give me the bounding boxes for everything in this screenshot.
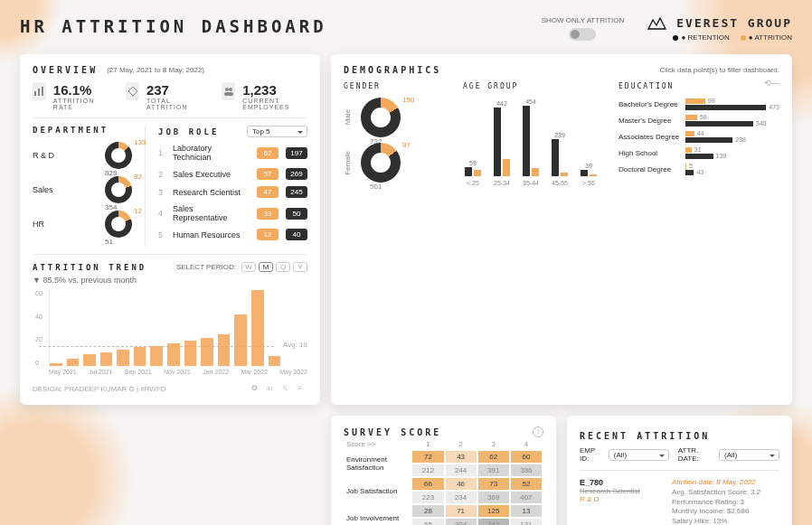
age-bar[interactable]: 59 < 25 [463, 160, 483, 186]
department-item[interactable]: HR 12 51 [33, 211, 132, 238]
department-item[interactable]: R & D 133 828 [33, 142, 132, 169]
heat-cell[interactable]: 60 [511, 451, 542, 463]
overview-card: OVERVIEW (27 May, 2021 to 8 May, 2022) 1… [20, 54, 320, 405]
education-block: EDUCATION ⟲— Bachelor's Degree 99 473 Ma… [618, 82, 779, 188]
empid-select[interactable]: (All) [609, 449, 669, 461]
trend-bar[interactable] [50, 363, 62, 366]
age-bar[interactable]: 454 35-44 [521, 98, 541, 186]
trend-bar[interactable] [167, 343, 180, 366]
jobrole-row[interactable]: 4Sales Representative 3350 [158, 204, 307, 222]
education-row[interactable]: Bachelor's Degree 99 473 [618, 98, 779, 110]
heat-cell[interactable]: 66 [412, 478, 443, 490]
trend-bar[interactable] [150, 346, 163, 366]
heat-cell[interactable]: 46 [446, 478, 477, 490]
donut-icon [361, 143, 401, 183]
department-item[interactable]: Sales 92 354 [33, 176, 132, 203]
period-option[interactable]: M [259, 262, 273, 272]
heat-cell[interactable]: 391 [478, 464, 509, 476]
trend-bar[interactable] [117, 350, 129, 366]
age-bar[interactable]: 442 25-34 [492, 100, 512, 186]
employees-label: CURRENT EMPLOYEES [242, 98, 307, 110]
heat-cell[interactable]: 28 [412, 505, 443, 517]
svg-point-3 [225, 88, 229, 91]
svg-rect-1 [38, 89, 40, 96]
svg-rect-2 [42, 87, 43, 96]
heat-cell[interactable]: 244 [446, 464, 477, 476]
jobrole-block: JOB ROLE Top 5 1Laboratory Technician 62… [158, 126, 307, 247]
heat-cell[interactable]: 52 [511, 478, 542, 490]
heat-cell[interactable]: 13 [511, 505, 542, 517]
donut-icon [105, 211, 132, 238]
trend-bar[interactable] [83, 354, 96, 366]
heat-cell[interactable]: 131 [511, 519, 542, 525]
toggle-switch[interactable] [569, 28, 596, 41]
heat-cell[interactable]: 73 [478, 478, 509, 490]
jobrole-row[interactable]: 1Laboratory Technician 62197 [158, 144, 307, 162]
heat-cell[interactable]: 212 [412, 464, 443, 476]
jobrole-row[interactable]: 5Human Resources 1240 [158, 229, 307, 240]
gender-block: GENDER Male 150 732 Female 87 501 [344, 82, 443, 188]
trend-xaxis: May 2021Jul 2021Sep 2021Nov 2021Jan 2022… [49, 369, 307, 375]
attrdate-select[interactable]: (All) [719, 449, 779, 461]
attrition-rate-label: ATTRITION RATE [53, 98, 100, 110]
heat-cell[interactable]: 234 [446, 492, 477, 503]
education-row[interactable]: High School 31 139 [618, 146, 779, 159]
jobrole-row[interactable]: 3Research Scientist 47245 [158, 186, 307, 198]
department-title: DEPARTMENT [33, 126, 132, 135]
trend-bar[interactable] [251, 290, 264, 366]
department-block: DEPARTMENT R & D 133 828 Sales 92 354 HR [33, 126, 132, 247]
linkedin-icon[interactable]: in [267, 384, 277, 394]
gender-row[interactable]: Female 87 501 [344, 143, 443, 183]
education-row[interactable]: Doctoral Degree 5 43 [618, 163, 779, 175]
gender-row[interactable]: Male 150 732 [344, 98, 443, 137]
heat-cell[interactable]: 62 [478, 451, 509, 463]
heat-cell[interactable]: 407 [511, 492, 542, 503]
period-option[interactable]: Y [293, 262, 307, 272]
heat-cell[interactable]: 386 [511, 464, 542, 476]
recent-item[interactable]: E_780Research ScientistR & D Attrition d… [580, 470, 779, 525]
demographics-title: DEMOGRAPHICS [344, 65, 441, 75]
trend-bar[interactable] [100, 352, 113, 366]
period-option[interactable]: Q [276, 262, 290, 272]
age-bar[interactable]: 39 > 55 [579, 163, 599, 186]
heat-cell[interactable]: 743 [478, 519, 509, 525]
data-icon[interactable]: ≡ [297, 384, 307, 394]
donut-icon [105, 176, 132, 203]
period-switch[interactable]: WMQY [241, 262, 307, 272]
trend-bar[interactable] [184, 341, 197, 366]
trend-bar[interactable] [67, 359, 80, 366]
education-row[interactable]: Associates Degree 44 238 [618, 130, 779, 143]
age-bar[interactable]: 239 45-55 [550, 132, 570, 186]
heat-cell[interactable]: 72 [412, 451, 443, 463]
overview-stats: 16.1% ATTRITION RATE 237 TOTAL ATTRITION… [33, 82, 307, 110]
twitter-icon[interactable]: 𝕏 [282, 384, 292, 394]
period-option[interactable]: W [241, 262, 256, 272]
heat-cell[interactable]: 369 [478, 492, 509, 503]
trend-chart[interactable]: 6040200 Avg. 18 [49, 290, 307, 366]
heat-cell[interactable]: 71 [446, 505, 477, 517]
trend-bar[interactable] [201, 338, 213, 366]
jobrole-selector[interactable]: Top 5 [247, 126, 307, 137]
heat-cell[interactable]: 55 [412, 519, 443, 525]
heat-cell[interactable]: 125 [478, 505, 509, 517]
info-icon[interactable]: i [533, 427, 543, 437]
heat-cell[interactable]: 304 [446, 519, 477, 525]
education-row[interactable]: Master's Degree 58 340 [618, 114, 779, 127]
trend-bar[interactable] [234, 314, 247, 366]
show-only-attrition-toggle[interactable]: SHOW ONLY ATTRITION [542, 16, 625, 41]
survey-heatmap[interactable]: Score >>1234Environment Satisfaction7243… [344, 437, 543, 525]
age-title: AGE GROUP [463, 82, 599, 90]
age-chart[interactable]: 59 < 25 442 25-34 454 35-44 239 45-55 39… [463, 98, 599, 186]
brand-block: EVEREST GROUP ● RETENTION ● ATTRITION [647, 16, 792, 42]
sort-icon[interactable]: ⟲— [764, 79, 779, 88]
trend-bar[interactable] [134, 347, 146, 366]
trend-bar[interactable] [218, 334, 231, 366]
heat-cell[interactable]: 43 [446, 451, 477, 463]
badge-icon[interactable]: ✪ [251, 384, 261, 394]
trend-delta: ▼ 85.5% vs. previous month [33, 276, 307, 285]
social-links[interactable]: ✪ in 𝕏 ≡ [251, 384, 307, 394]
heat-cell[interactable]: 223 [412, 492, 443, 503]
jobrole-row[interactable]: 2Sales Executive 57269 [158, 168, 307, 180]
trend-bar[interactable] [269, 356, 281, 366]
brand-name: EVEREST GROUP [676, 16, 792, 30]
